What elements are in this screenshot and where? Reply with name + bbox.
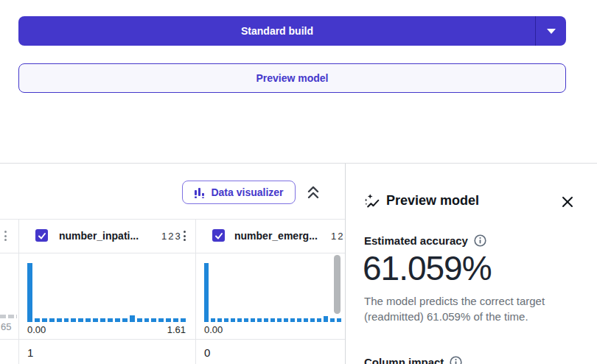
sagemaker-canvas-build-screen: Standard build Preview model Data visual… bbox=[0, 0, 597, 364]
axis-max-label: 1.61 bbox=[167, 324, 186, 335]
partial-axis-label: 65 bbox=[1, 321, 11, 332]
preview-model-button[interactable]: Preview model bbox=[18, 63, 566, 93]
vertical-scrollbar-thumb[interactable] bbox=[334, 255, 341, 314]
partial-histogram-fragment bbox=[0, 315, 17, 318]
chevron-double-up-icon bbox=[306, 184, 321, 200]
close-icon bbox=[562, 196, 573, 208]
column-impact-label: Column impact bbox=[364, 356, 444, 364]
partial-column-menu-kebab-icon[interactable] bbox=[0, 228, 10, 243]
bar-chart-icon bbox=[194, 187, 205, 198]
collapse-panel-button[interactable] bbox=[305, 183, 321, 201]
panel-header: Preview model bbox=[364, 193, 479, 209]
column-header-label: number_emerg... bbox=[234, 230, 318, 242]
estimated-accuracy-description: The model predicts the correct target (r… bbox=[364, 293, 588, 324]
standard-build-label: Standard build bbox=[18, 16, 536, 46]
data-visualizer-button[interactable]: Data visualizer bbox=[182, 181, 296, 204]
data-visualizer-label: Data visualizer bbox=[211, 186, 283, 198]
axis-min-label: 0.00 bbox=[204, 324, 223, 335]
column-header-label: number_inpati... bbox=[59, 230, 139, 242]
column-checkbox[interactable] bbox=[35, 229, 48, 242]
panel-title: Preview model bbox=[386, 193, 479, 209]
histogram-chart bbox=[27, 263, 186, 322]
column-impact-header: Column impact bbox=[364, 356, 462, 364]
table-header-top-border bbox=[0, 219, 345, 220]
chevron-down-icon bbox=[547, 29, 556, 34]
table-header-bottom-border bbox=[0, 253, 345, 253]
column-border bbox=[195, 219, 196, 364]
column-impact-info-button[interactable] bbox=[450, 356, 462, 364]
column-menu-kebab-icon[interactable] bbox=[179, 228, 189, 243]
standard-build-button[interactable]: Standard build bbox=[18, 16, 566, 46]
estimated-accuracy-label: Estimated accuracy bbox=[364, 234, 468, 247]
preview-model-panel: Preview model Estimated accuracy 61.059%… bbox=[345, 164, 597, 364]
check-icon bbox=[214, 231, 223, 240]
table-row-divider bbox=[0, 339, 345, 340]
preview-model-button-label: Preview model bbox=[256, 72, 328, 84]
table-cell-value: 1 bbox=[27, 346, 33, 359]
estimated-accuracy-header: Estimated accuracy bbox=[364, 234, 486, 247]
info-icon bbox=[474, 234, 486, 247]
close-panel-button[interactable] bbox=[559, 194, 576, 210]
axis-min-label: 0.00 bbox=[27, 324, 46, 335]
histogram-axis-labels: 0.00 1.61 bbox=[27, 324, 186, 335]
column-checkbox[interactable] bbox=[212, 229, 225, 242]
sparkle-magic-icon bbox=[364, 193, 380, 209]
check-icon bbox=[38, 231, 46, 240]
histogram-axis-labels: 0.00 bbox=[204, 324, 341, 335]
column-border bbox=[18, 219, 19, 364]
standard-build-dropdown-toggle[interactable] bbox=[536, 16, 566, 46]
histogram-chart bbox=[204, 263, 341, 322]
table-cell-value: 0 bbox=[204, 346, 210, 359]
estimated-accuracy-value: 61.059% bbox=[363, 249, 492, 287]
estimated-accuracy-info-button[interactable] bbox=[474, 234, 486, 247]
info-icon bbox=[450, 356, 462, 364]
